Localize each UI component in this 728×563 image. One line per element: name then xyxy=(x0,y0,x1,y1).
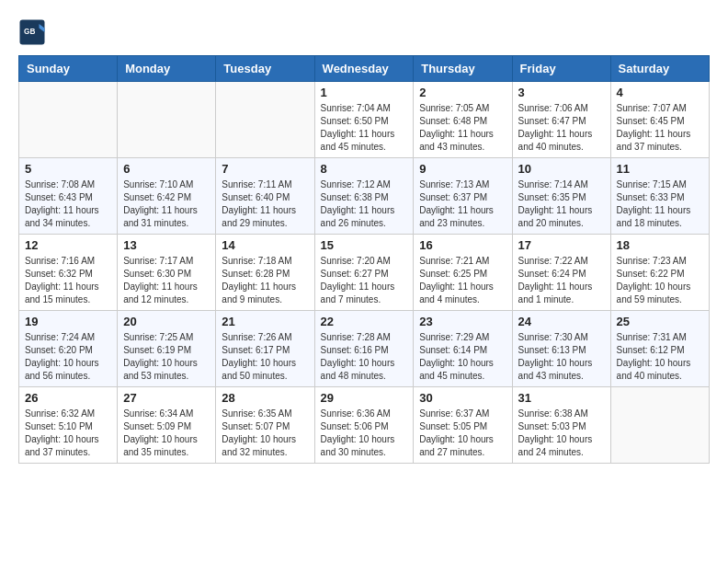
day-number: 30 xyxy=(419,391,506,405)
day-info: Sunrise: 7:18 AMSunset: 6:28 PMDaylight:… xyxy=(222,255,308,306)
day-number: 22 xyxy=(321,315,408,328)
day-number: 24 xyxy=(518,315,605,328)
day-number: 14 xyxy=(222,238,308,252)
day-info: Sunrise: 7:12 AMSunset: 6:38 PMDaylight:… xyxy=(321,178,408,230)
day-number: 3 xyxy=(518,86,605,99)
day-info: Sunrise: 7:10 AMSunset: 6:42 PMDaylight:… xyxy=(123,178,210,230)
calendar-day-cell: 3Sunrise: 7:06 AMSunset: 6:47 PMDaylight… xyxy=(512,82,610,158)
day-info: Sunrise: 7:15 AMSunset: 6:33 PMDaylight:… xyxy=(617,178,703,230)
calendar-day-cell: 5Sunrise: 7:08 AMSunset: 6:43 PMDaylight… xyxy=(19,158,118,235)
day-info: Sunrise: 7:06 AMSunset: 6:47 PMDaylight:… xyxy=(518,102,605,154)
day-info: Sunrise: 7:29 AMSunset: 6:14 PMDaylight:… xyxy=(419,331,506,383)
day-number: 26 xyxy=(25,391,111,405)
day-info: Sunrise: 6:37 AMSunset: 5:05 PMDaylight:… xyxy=(419,408,506,459)
day-number: 17 xyxy=(518,238,605,252)
calendar-day-cell: 20Sunrise: 7:25 AMSunset: 6:19 PMDayligh… xyxy=(118,311,216,387)
day-info: Sunrise: 7:13 AMSunset: 6:37 PMDaylight:… xyxy=(419,178,506,230)
calendar-week-row: 26Sunrise: 6:32 AMSunset: 5:10 PMDayligh… xyxy=(19,387,710,464)
calendar-day-cell: 11Sunrise: 7:15 AMSunset: 6:33 PMDayligh… xyxy=(610,158,709,235)
calendar-day-cell: 30Sunrise: 6:37 AMSunset: 5:05 PMDayligh… xyxy=(414,387,512,464)
day-info: Sunrise: 7:23 AMSunset: 6:22 PMDaylight:… xyxy=(617,255,703,306)
day-info: Sunrise: 7:04 AMSunset: 6:50 PMDaylight:… xyxy=(321,102,408,154)
day-info: Sunrise: 6:34 AMSunset: 5:09 PMDaylight:… xyxy=(123,408,210,459)
calendar-day-cell: 7Sunrise: 7:11 AMSunset: 6:40 PMDaylight… xyxy=(216,158,314,235)
day-info: Sunrise: 7:20 AMSunset: 6:27 PMDaylight:… xyxy=(321,255,408,306)
calendar-day-cell: 9Sunrise: 7:13 AMSunset: 6:37 PMDaylight… xyxy=(414,158,512,235)
calendar-day-cell xyxy=(19,82,118,158)
day-number: 12 xyxy=(25,238,111,252)
day-info: Sunrise: 7:11 AMSunset: 6:40 PMDaylight:… xyxy=(222,178,308,230)
day-number: 27 xyxy=(123,391,210,405)
calendar-week-row: 12Sunrise: 7:16 AMSunset: 6:32 PMDayligh… xyxy=(19,235,710,311)
calendar-day-cell xyxy=(118,82,216,158)
day-number: 28 xyxy=(222,391,308,405)
calendar-day-cell: 29Sunrise: 6:36 AMSunset: 5:06 PMDayligh… xyxy=(314,387,414,464)
day-number: 19 xyxy=(25,315,111,328)
calendar-day-cell: 22Sunrise: 7:28 AMSunset: 6:16 PMDayligh… xyxy=(314,311,414,387)
day-info: Sunrise: 7:22 AMSunset: 6:24 PMDaylight:… xyxy=(518,255,605,306)
calendar-day-cell: 26Sunrise: 6:32 AMSunset: 5:10 PMDayligh… xyxy=(19,387,118,464)
day-number: 9 xyxy=(419,162,506,176)
calendar-day-cell: 24Sunrise: 7:30 AMSunset: 6:13 PMDayligh… xyxy=(512,311,610,387)
logo: GB xyxy=(18,18,51,46)
day-info: Sunrise: 7:17 AMSunset: 6:30 PMDaylight:… xyxy=(123,255,210,306)
weekday-header-sunday: Sunday xyxy=(19,56,118,82)
calendar-week-row: 1Sunrise: 7:04 AMSunset: 6:50 PMDaylight… xyxy=(19,82,710,158)
calendar-day-cell: 14Sunrise: 7:18 AMSunset: 6:28 PMDayligh… xyxy=(216,235,314,311)
day-number: 7 xyxy=(222,162,308,176)
day-number: 29 xyxy=(321,391,408,405)
day-number: 21 xyxy=(222,315,308,328)
day-number: 18 xyxy=(617,238,703,252)
weekday-header-thursday: Thursday xyxy=(414,56,512,82)
day-info: Sunrise: 6:35 AMSunset: 5:07 PMDaylight:… xyxy=(222,408,308,459)
calendar-day-cell: 16Sunrise: 7:21 AMSunset: 6:25 PMDayligh… xyxy=(414,235,512,311)
day-number: 8 xyxy=(321,162,408,176)
day-info: Sunrise: 6:38 AMSunset: 5:03 PMDaylight:… xyxy=(518,408,605,459)
calendar-day-cell: 17Sunrise: 7:22 AMSunset: 6:24 PMDayligh… xyxy=(512,235,610,311)
calendar-day-cell: 25Sunrise: 7:31 AMSunset: 6:12 PMDayligh… xyxy=(610,311,709,387)
weekday-header-friday: Friday xyxy=(512,56,610,82)
day-info: Sunrise: 7:07 AMSunset: 6:45 PMDaylight:… xyxy=(617,102,703,154)
calendar-table: SundayMondayTuesdayWednesdayThursdayFrid… xyxy=(18,55,710,464)
calendar-day-cell: 8Sunrise: 7:12 AMSunset: 6:38 PMDaylight… xyxy=(314,158,414,235)
day-number: 15 xyxy=(321,238,408,252)
calendar-day-cell: 4Sunrise: 7:07 AMSunset: 6:45 PMDaylight… xyxy=(610,82,709,158)
day-number: 11 xyxy=(617,162,703,176)
day-info: Sunrise: 7:25 AMSunset: 6:19 PMDaylight:… xyxy=(123,331,210,383)
day-number: 16 xyxy=(419,238,506,252)
calendar-week-row: 5Sunrise: 7:08 AMSunset: 6:43 PMDaylight… xyxy=(19,158,710,235)
day-number: 13 xyxy=(123,238,210,252)
calendar-week-row: 19Sunrise: 7:24 AMSunset: 6:20 PMDayligh… xyxy=(19,311,710,387)
calendar-day-cell: 28Sunrise: 6:35 AMSunset: 5:07 PMDayligh… xyxy=(216,387,314,464)
day-number: 10 xyxy=(518,162,605,176)
day-number: 23 xyxy=(419,315,506,328)
day-number: 20 xyxy=(123,315,210,328)
day-number: 1 xyxy=(321,86,408,99)
page-header: GB xyxy=(18,18,710,46)
day-info: Sunrise: 7:28 AMSunset: 6:16 PMDaylight:… xyxy=(321,331,408,383)
weekday-header-tuesday: Tuesday xyxy=(216,56,314,82)
calendar-day-cell xyxy=(216,82,314,158)
day-number: 31 xyxy=(518,391,605,405)
logo-icon: GB xyxy=(18,18,46,46)
calendar-header-row: SundayMondayTuesdayWednesdayThursdayFrid… xyxy=(19,56,710,82)
day-info: Sunrise: 7:05 AMSunset: 6:48 PMDaylight:… xyxy=(419,102,506,154)
calendar-day-cell xyxy=(610,387,709,464)
weekday-header-monday: Monday xyxy=(118,56,216,82)
calendar-day-cell: 1Sunrise: 7:04 AMSunset: 6:50 PMDaylight… xyxy=(314,82,414,158)
calendar-day-cell: 19Sunrise: 7:24 AMSunset: 6:20 PMDayligh… xyxy=(19,311,118,387)
svg-text:GB: GB xyxy=(24,28,35,36)
calendar-day-cell: 12Sunrise: 7:16 AMSunset: 6:32 PMDayligh… xyxy=(19,235,118,311)
weekday-header-saturday: Saturday xyxy=(610,56,709,82)
day-info: Sunrise: 7:08 AMSunset: 6:43 PMDaylight:… xyxy=(25,178,111,230)
day-info: Sunrise: 7:21 AMSunset: 6:25 PMDaylight:… xyxy=(419,255,506,306)
calendar-day-cell: 18Sunrise: 7:23 AMSunset: 6:22 PMDayligh… xyxy=(610,235,709,311)
calendar-day-cell: 15Sunrise: 7:20 AMSunset: 6:27 PMDayligh… xyxy=(314,235,414,311)
calendar-day-cell: 27Sunrise: 6:34 AMSunset: 5:09 PMDayligh… xyxy=(118,387,216,464)
day-number: 4 xyxy=(617,86,703,99)
day-number: 25 xyxy=(617,315,703,328)
day-info: Sunrise: 6:32 AMSunset: 5:10 PMDaylight:… xyxy=(25,408,111,459)
day-number: 6 xyxy=(123,162,210,176)
calendar-day-cell: 2Sunrise: 7:05 AMSunset: 6:48 PMDaylight… xyxy=(414,82,512,158)
day-info: Sunrise: 7:26 AMSunset: 6:17 PMDaylight:… xyxy=(222,331,308,383)
